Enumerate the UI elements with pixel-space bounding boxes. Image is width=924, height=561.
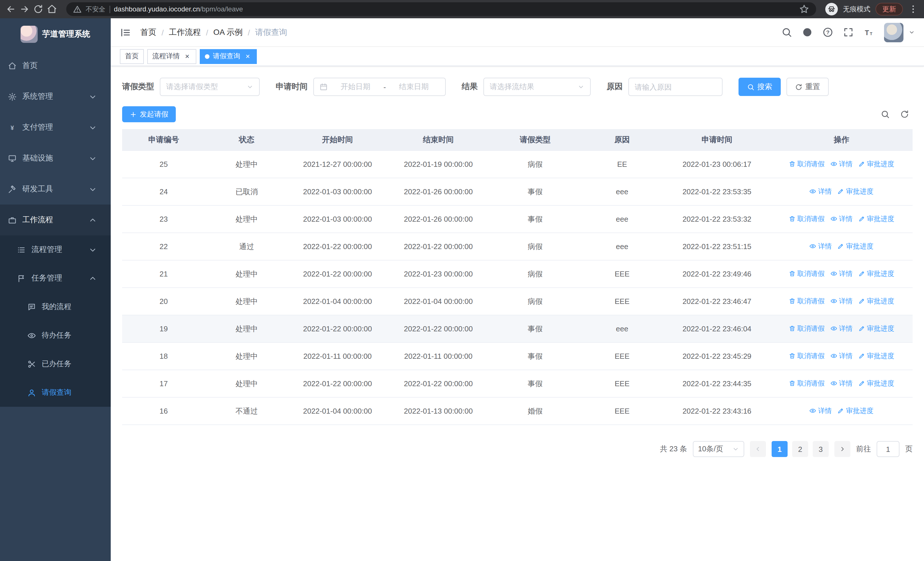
cancel-leave-link[interactable]: 取消请假: [789, 269, 825, 279]
tab-home[interactable]: 首页: [120, 49, 144, 64]
leave-type-select[interactable]: 请选择请假类型: [160, 78, 260, 96]
browser-forward-icon[interactable]: [20, 4, 30, 14]
detail-link[interactable]: 详情: [810, 242, 832, 251]
sidebar-item-devtools[interactable]: 研发工具: [0, 174, 111, 205]
sidebar-item-payment[interactable]: ¥支付管理: [0, 112, 111, 143]
search-button[interactable]: 搜索: [738, 78, 781, 96]
cancel-leave-link[interactable]: 取消请假: [789, 379, 825, 388]
action-label: 取消请假: [797, 379, 825, 388]
page-button-1[interactable]: 1: [772, 441, 788, 457]
toggle-search-icon[interactable]: [880, 110, 890, 119]
sidebar-item-workflow[interactable]: 工作流程: [0, 205, 111, 235]
action-label: 详情: [839, 324, 853, 334]
sidebar-item-leave-query[interactable]: 请假查询: [0, 378, 111, 407]
cancel-leave-link[interactable]: 取消请假: [789, 214, 825, 224]
page-suffix: 页: [905, 444, 913, 454]
approval-progress-link[interactable]: 审批进度: [858, 159, 894, 169]
detail-link[interactable]: 详情: [810, 187, 832, 197]
tab-label: 首页: [125, 51, 139, 61]
approval-progress-link[interactable]: 审批进度: [858, 351, 894, 361]
header-search-icon[interactable]: [782, 27, 792, 38]
sidebar-item-infra[interactable]: 基础设施: [0, 143, 111, 174]
next-page-button[interactable]: [834, 441, 850, 457]
action-label: 详情: [839, 214, 853, 224]
approval-progress-link[interactable]: 审批进度: [858, 214, 894, 224]
trash-icon: [789, 216, 796, 223]
cell-applied: 2022-01-22 23:45:29: [663, 352, 770, 361]
action-label: 审批进度: [846, 242, 873, 251]
sidebar-item-process-mgmt[interactable]: 流程管理: [0, 235, 111, 264]
cancel-leave-link[interactable]: 取消请假: [789, 296, 825, 306]
action-label: 取消请假: [797, 296, 825, 306]
tab-leave-query[interactable]: 请假查询×: [200, 49, 257, 64]
create-leave-button[interactable]: 发起请假: [122, 106, 176, 122]
detail-link[interactable]: 详情: [830, 351, 853, 361]
approval-progress-link[interactable]: 审批进度: [837, 242, 873, 251]
refresh-table-icon[interactable]: [900, 110, 909, 119]
approval-progress-link[interactable]: 审批进度: [837, 406, 873, 416]
cancel-leave-link[interactable]: 取消请假: [789, 324, 825, 334]
detail-link[interactable]: 详情: [830, 379, 853, 388]
page-button-3[interactable]: 3: [813, 441, 829, 457]
tab-close-icon[interactable]: ×: [183, 52, 191, 60]
browser-home-icon[interactable]: [47, 4, 57, 14]
detail-link[interactable]: 详情: [830, 324, 853, 334]
cell-type: 事假: [490, 379, 581, 389]
detail-link[interactable]: 详情: [830, 296, 853, 306]
cancel-leave-link[interactable]: 取消请假: [789, 351, 825, 361]
sidebar-item-done-tasks[interactable]: 已办任务: [0, 350, 111, 378]
sidebar-item-system[interactable]: 系统管理: [0, 81, 111, 112]
approval-progress-link[interactable]: 审批进度: [858, 324, 894, 334]
detail-link[interactable]: 详情: [810, 406, 832, 416]
approval-progress-link[interactable]: 审批进度: [858, 269, 894, 279]
app-logo[interactable]: 芋道管理系统: [0, 18, 111, 50]
prev-page-button[interactable]: [750, 441, 766, 457]
browser-update-chip[interactable]: 更新: [876, 3, 903, 15]
fullscreen-icon[interactable]: [843, 27, 854, 38]
user-caret-down-icon[interactable]: [909, 29, 915, 35]
table-row: 18处理中2022-01-11 00:00:002022-01-11 00:00…: [122, 343, 913, 370]
logo-avatar: [21, 26, 38, 43]
sidebar-item-todo-tasks[interactable]: 待办任务: [0, 321, 111, 350]
action-label: 详情: [839, 269, 853, 279]
page-size-select[interactable]: 10条/页: [693, 441, 744, 457]
browser-refresh-icon[interactable]: [33, 4, 44, 14]
sidebar-item-task-mgmt[interactable]: 任务管理: [0, 264, 111, 292]
apply-time-range-picker[interactable]: 开始日期 - 结束日期: [314, 78, 446, 96]
sidebar-collapse-icon[interactable]: [120, 27, 131, 38]
reason-input[interactable]: [634, 83, 716, 91]
address-bar[interactable]: 不安全 dashboard.yudao.iocoder.cn/bpm/oa/le…: [66, 2, 816, 16]
detail-link[interactable]: 详情: [830, 269, 853, 279]
sidebar-item-my-process[interactable]: 我的流程: [0, 292, 111, 321]
page-button-2[interactable]: 2: [792, 441, 808, 457]
browser-menu-icon[interactable]: [908, 4, 918, 14]
approval-progress-link[interactable]: 审批进度: [858, 296, 894, 306]
cancel-leave-link[interactable]: 取消请假: [789, 159, 825, 169]
detail-link[interactable]: 详情: [830, 214, 853, 224]
user-avatar[interactable]: [884, 23, 903, 42]
bookmark-star-icon[interactable]: [799, 4, 809, 14]
reset-button[interactable]: 重置: [786, 78, 829, 96]
incognito-icon: [828, 5, 836, 13]
approval-progress-link[interactable]: 审批进度: [837, 187, 873, 197]
font-size-icon[interactable]: TT: [864, 27, 874, 38]
cell-end: 2022-01-26 00:00:00: [387, 215, 490, 223]
approval-progress-link[interactable]: 审批进度: [858, 379, 894, 388]
breadcrumb-item[interactable]: OA 示例: [213, 27, 243, 38]
cell-status: 处理中: [205, 379, 288, 389]
detail-link[interactable]: 详情: [830, 159, 853, 169]
tab-process-detail[interactable]: 流程详情×: [147, 49, 196, 64]
pen-icon: [837, 243, 844, 250]
result-select[interactable]: 请选择流结果: [483, 78, 591, 96]
tab-close-icon[interactable]: ×: [244, 52, 252, 60]
github-icon[interactable]: [802, 27, 813, 38]
sidebar-item-label: 支付管理: [22, 122, 86, 132]
browser-back-icon[interactable]: [6, 4, 16, 14]
sidebar-item-home[interactable]: 首页: [0, 50, 111, 81]
security-label: 不安全: [86, 5, 105, 14]
breadcrumb-item[interactable]: 工作流程: [169, 27, 201, 38]
breadcrumb-item[interactable]: 首页: [140, 27, 156, 38]
help-icon[interactable]: ?: [822, 27, 833, 38]
eye-icon: [830, 380, 837, 387]
goto-page-input[interactable]: [877, 441, 900, 457]
